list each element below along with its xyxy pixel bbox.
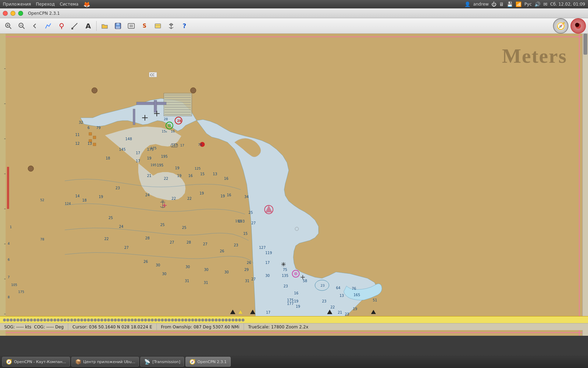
window-title: OpenCPN 2.3.1: [28, 11, 60, 16]
depth-number: 30: [186, 265, 190, 269]
taskbar-item[interactable]: 🧭OpenCPN - Каут-Компан...: [2, 357, 70, 367]
back-button[interactable]: [29, 20, 41, 32]
map-area[interactable]: 28: [0, 34, 588, 336]
sog-label: SOG:: [4, 325, 15, 329]
datetime: Сб. 12.02, 01:09: [550, 2, 585, 7]
system-bar-right: 👤 andrew ⏻ 🖥 💾 📶 Рус 🔊 ✉ Сб. 12.02, 01:0…: [464, 1, 585, 7]
depth-number: 16: [188, 174, 193, 178]
maximize-button[interactable]: [18, 11, 23, 16]
svg-rect-9: [71, 28, 73, 29]
svg-point-22: [575, 23, 579, 27]
sog-segment: SOG: ----- kts COG: ----- Deg: [0, 323, 68, 330]
depth-number: 75: [283, 268, 287, 272]
chart-button[interactable]: [152, 20, 164, 32]
monitor-icon: 🖥: [499, 1, 504, 7]
taskbar-item[interactable]: 📡[Transmission]: [140, 357, 184, 367]
depth-number: 127: [259, 246, 266, 250]
svg-rect-13: [128, 23, 134, 28]
depth-number: 51: [373, 298, 377, 302]
power-icon[interactable]: ⏻: [491, 1, 496, 7]
depth-number: 16: [294, 291, 299, 295]
depth-number: 135: [282, 274, 288, 278]
text-button[interactable]: A: [82, 20, 94, 32]
save-button[interactable]: [112, 20, 124, 32]
svg-text:175: 175: [18, 290, 24, 294]
depth-number: 13: [340, 294, 344, 298]
depth-number: 30: [204, 268, 209, 272]
depth-number: 64: [336, 286, 341, 290]
minimize-button[interactable]: [10, 11, 15, 16]
truescale-value: 17800: [271, 325, 284, 329]
depth-number: 16: [227, 193, 231, 197]
depth-number: 79: [96, 126, 101, 130]
depth-number: 23: [345, 312, 349, 316]
firefox-icon[interactable]: 🦊: [83, 1, 90, 8]
zoom-out-button[interactable]: [15, 20, 28, 32]
depth-number: 23: [284, 284, 288, 288]
depth-number: 19: [175, 166, 180, 170]
depth-number: 12: [75, 142, 80, 145]
depth-number: 21: [338, 311, 342, 314]
taskbar-item[interactable]: 📦Центр приложений Ubu...: [71, 357, 139, 367]
sog-value: -----: [16, 325, 24, 329]
svg-rect-12: [116, 26, 120, 29]
zoom-in-button[interactable]: [2, 20, 15, 32]
svg-text:125: 125: [195, 167, 201, 170]
svg-text:78: 78: [40, 238, 44, 241]
menu-navigation[interactable]: Переход: [36, 2, 55, 7]
depth-number: 13: [213, 172, 217, 176]
ownship-label: From Ownship:: [161, 325, 192, 329]
depth-number: 22: [330, 305, 335, 309]
depth-number: 15: [243, 232, 248, 236]
edit-route-button[interactable]: [69, 20, 81, 32]
night-mode-button[interactable]: [570, 18, 586, 34]
depth-number: 145: [119, 148, 126, 151]
menu-system[interactable]: Система: [60, 2, 79, 7]
cog-value: -----: [46, 325, 54, 329]
depth-number: 175: [147, 148, 154, 151]
lang-indicator[interactable]: Рус: [524, 2, 532, 7]
scrollbar-thumb[interactable]: [583, 34, 587, 55]
depth-number: 27: [170, 240, 174, 244]
system-bar-menus[interactable]: Приложения Переход Система 🦊: [3, 1, 90, 8]
taskbar-item[interactable]: 🧭OpenCPN 2.3.1: [186, 357, 230, 367]
close-button[interactable]: [3, 11, 8, 16]
open-folder-button[interactable]: [98, 20, 111, 32]
depth-number: 13: [88, 142, 92, 145]
compass-button[interactable]: 🧭: [553, 18, 568, 34]
menu-applications[interactable]: Приложения: [3, 2, 31, 7]
scrollbar-right[interactable]: [582, 34, 588, 336]
depth-number: 19: [99, 195, 103, 199]
zoom-label: Zoom: [286, 325, 298, 329]
svg-text:23: 23: [321, 284, 324, 287]
info-bar: SOG: ----- kts COG: ----- Deg Cursor: 03…: [0, 323, 588, 330]
s57-button[interactable]: S: [138, 20, 151, 32]
svg-text:167: 167: [172, 144, 177, 147]
toolbar: A S ? 🧭: [0, 18, 588, 34]
svg-text:195: 195: [150, 163, 156, 167]
waypoints-list-button[interactable]: [125, 20, 138, 32]
anchor-button[interactable]: [165, 20, 177, 32]
waypoint-button[interactable]: [55, 20, 68, 32]
depth-number: 76: [352, 287, 356, 291]
svg-text:76: 76: [198, 143, 202, 146]
svg-rect-43: [136, 102, 166, 105]
depth-number: 30: [156, 263, 160, 267]
volume-icon[interactable]: 🔊: [534, 1, 540, 7]
svg-text:17: 17: [180, 144, 184, 147]
taskbar-items: 🧭OpenCPN - Каут-Компан...📦Центр приложен…: [2, 357, 231, 367]
route-button[interactable]: [42, 20, 55, 32]
svg-point-7: [60, 23, 63, 27]
svg-rect-11: [117, 23, 119, 25]
depth-number: 26: [220, 249, 224, 253]
hdd-icon: 💾: [507, 1, 513, 7]
depth-number: 27: [203, 242, 208, 246]
depth-number: 31: [245, 279, 250, 283]
help-button[interactable]: ?: [178, 20, 191, 32]
depth-number: 25: [248, 211, 253, 214]
truescale-segment: TrueScale: 17800 Zoom 2.2x: [244, 323, 313, 330]
svg-text:105: 105: [11, 283, 17, 287]
depth-number: 6: [88, 126, 90, 130]
depth-number: 22: [104, 237, 109, 241]
svg-text:52: 52: [40, 198, 44, 202]
